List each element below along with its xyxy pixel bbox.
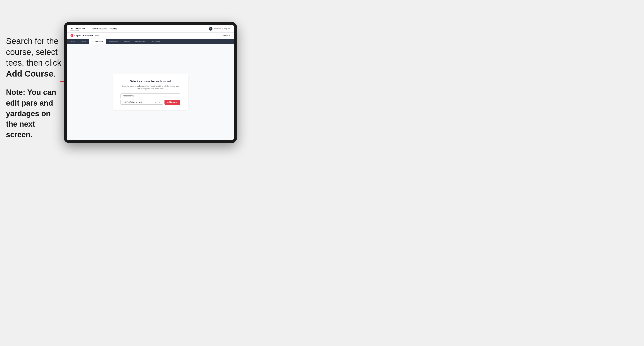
- user-area: T Test User | Sign out: [209, 27, 230, 31]
- tab-details[interactable]: Details: [67, 39, 78, 44]
- tee-select-row: Gold (M) (M) (7010 yds) ✕ ⌃⌄ Add Course: [120, 100, 180, 105]
- logo-area: SCOREBOARD Powered by clippd TOURNAMENTS…: [70, 26, 117, 31]
- annotation-block: Search for the course, select tees, then…: [6, 36, 62, 140]
- tab-results[interactable]: Results: [121, 39, 132, 44]
- cancel-label: Cancel: [222, 35, 228, 37]
- tee-select-value: Gold (M) (M) (7010 yds): [123, 101, 142, 103]
- nav-teams[interactable]: TEAMS: [110, 28, 117, 30]
- tournament-icon: C: [70, 34, 73, 37]
- top-nav: SCOREBOARD Powered by clippd TOURNAMENTS…: [67, 25, 234, 33]
- tournament-title: C Clippd Invitational (Men): [70, 34, 99, 37]
- cancel-x-icon: ✕: [228, 34, 230, 37]
- course-search-input[interactable]: [120, 93, 180, 98]
- user-name: Test User: [214, 28, 221, 30]
- tee-clear-icon[interactable]: ✕: [155, 101, 157, 103]
- tablet-frame: SCOREBOARD Powered by clippd TOURNAMENTS…: [64, 22, 237, 143]
- main-content: Select a course for each round Search fo…: [67, 44, 234, 140]
- course-card: Select a course for each round Search fo…: [112, 74, 188, 110]
- tab-leaderboards[interactable]: Leaderboards: [132, 39, 149, 44]
- tournament-name: Clippd Invitational: [74, 34, 94, 37]
- annotation-search-text: Search for the course, select tees, then…: [6, 36, 62, 79]
- logo-text: SCOREBOARD: [70, 27, 87, 30]
- nav-tournaments[interactable]: TOURNAMENTS: [92, 28, 106, 30]
- tablet-screen: SCOREBOARD Powered by clippd TOURNAMENTS…: [67, 25, 234, 140]
- tab-course-setup[interactable]: Course Setup: [89, 39, 106, 44]
- logo: SCOREBOARD Powered by clippd: [70, 26, 87, 31]
- pipe: |: [222, 28, 223, 30]
- tournament-header: C Clippd Invitational (Men) Cancel ✕: [67, 33, 234, 39]
- add-course-button[interactable]: Add Course: [164, 100, 180, 105]
- tournament-gender: (Men): [94, 35, 99, 37]
- sign-out-link[interactable]: Sign out: [224, 28, 230, 30]
- tee-controls: ✕ ⌃⌄: [155, 101, 161, 103]
- nav-links: TOURNAMENTS TEAMS: [92, 28, 117, 30]
- tab-teams[interactable]: Teams: [78, 39, 89, 44]
- tee-select-dropdown[interactable]: Gold (M) (M) (7010 yds) ✕ ⌃⌄: [120, 100, 163, 105]
- tab-printables[interactable]: Printables: [149, 39, 163, 44]
- tee-chevron-icon: ⌃⌄: [158, 101, 161, 103]
- card-title: Select a course for each round: [120, 80, 180, 83]
- annotation-note-text: Note: You can edit pars and yardages on …: [6, 87, 62, 140]
- user-avatar: T: [209, 27, 212, 31]
- cancel-button[interactable]: Cancel ✕: [222, 34, 230, 37]
- tab-tee-groups[interactable]: Tee Groups: [106, 39, 121, 44]
- logo-subtext: Powered by clippd: [70, 30, 87, 31]
- tab-navigation: Details Teams Course Setup Tee Groups Re…: [67, 39, 234, 44]
- card-description: Search for a course and select a tee. Yo…: [120, 85, 180, 90]
